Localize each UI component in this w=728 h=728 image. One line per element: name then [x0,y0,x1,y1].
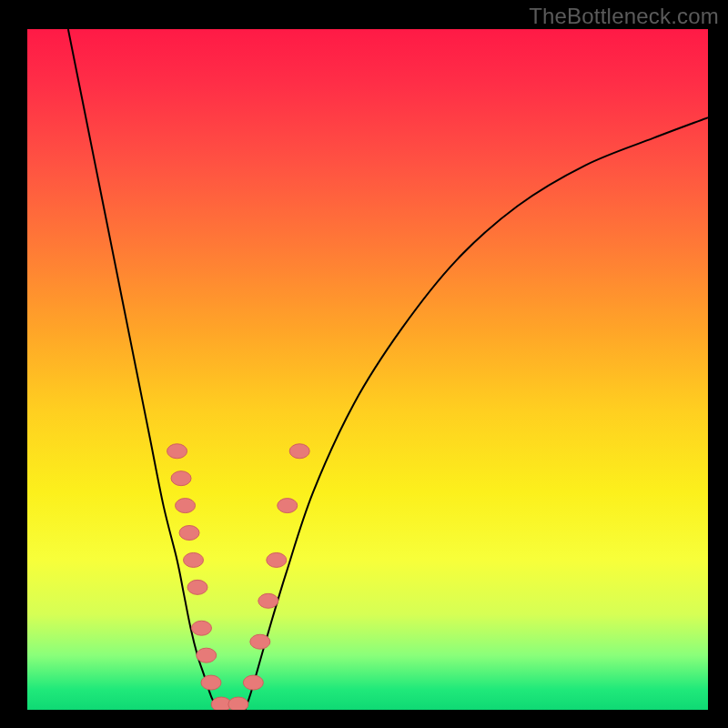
marker-bead [167,444,187,459]
marker-bead [187,580,207,594]
plot-area [27,29,708,710]
marker-bead [184,552,204,567]
chart-svg [27,29,708,710]
marker-bead [289,444,309,459]
watermark-label: TheBottleneck.com [529,4,719,29]
marker-bead [191,621,211,635]
marker-beads [167,444,310,710]
marker-bead [179,526,199,541]
chart-frame: TheBottleneck.com [0,0,728,728]
marker-bead [228,697,248,710]
marker-bead [250,634,270,649]
marker-bead [267,552,287,567]
marker-bead [197,648,217,662]
marker-bead [171,471,191,486]
marker-bead [201,675,221,690]
marker-bead [258,593,278,608]
marker-bead [176,499,196,513]
marker-bead [243,675,263,690]
curve-right-branch [245,117,708,710]
marker-bead [278,499,298,513]
curve-left-branch [68,29,218,710]
